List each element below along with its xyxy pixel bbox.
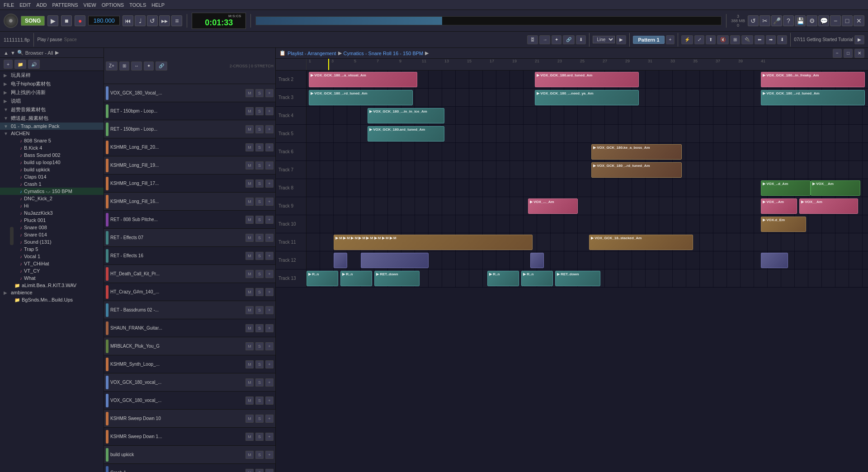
track-mute-3[interactable]: M (245, 125, 254, 133)
clip-small-3[interactable] (530, 253, 544, 268)
sidebar-item-cymatics[interactable]: ♪ Cymatics -.- 150 BPM (0, 188, 104, 195)
arr-track-clips-2[interactable]: ▶ VOX_GCK_180_..a_visual_Am ▶ VOX_GCK_18… (307, 71, 868, 88)
menu-add[interactable]: ADD (36, 2, 47, 8)
track-mute-8[interactable]: M (245, 216, 254, 224)
sidebar-item-sound[interactable]: ♪ Sound (131) (0, 238, 104, 245)
track-mute-sweep10[interactable]: M (245, 415, 254, 423)
clip-vox-need[interactable]: ▶ VOX_GCK_180_...need_ya_Am (535, 90, 639, 105)
track-add-2[interactable]: + (265, 107, 274, 115)
add-pattern-btn[interactable]: + (666, 35, 675, 44)
sidebar-item-bass-sound[interactable]: ♪ Bass Sound 002 (0, 151, 104, 159)
track-solo-3[interactable]: S (255, 125, 264, 133)
track-solo-crash[interactable]: S (255, 469, 264, 472)
track-header-mrblack[interactable]: MRBLACK_Pluk_You_G M S + (104, 337, 275, 355)
track-add-3[interactable]: + (265, 125, 274, 133)
track-add-build[interactable]: + (265, 451, 274, 459)
collapse-btn[interactable]: ⬅ (755, 35, 764, 44)
track-add-sweep10[interactable]: + (265, 415, 274, 423)
track-solo-htcrazy[interactable]: S (255, 288, 264, 296)
track-solo-kshmrsynth[interactable]: S (255, 360, 264, 368)
mixer-btn[interactable]: 🎛 (527, 35, 538, 44)
track-solo-ret16[interactable]: S (255, 252, 264, 260)
song-button[interactable]: SONG (21, 16, 45, 26)
track-solo-sweep10[interactable]: S (255, 415, 264, 423)
snap-track-btn[interactable]: ✦ (144, 61, 154, 71)
arr-track-clips-6[interactable]: ▶ VOX_GCK_180.ke_a_boss_Am (307, 143, 868, 160)
track-mute-retbass[interactable]: M (245, 306, 254, 314)
sidebar-item-what[interactable]: ♪ What (0, 274, 104, 282)
track-add-voxv2[interactable]: + (265, 396, 274, 405)
sidebar-item-bkick[interactable]: ♪ B.Kick 4 (0, 144, 104, 151)
clip-vox-rd3[interactable]: ▶ VOX_GCK_180_..rd_tuned_Am (591, 162, 682, 178)
track-mute-mrblack[interactable]: M (245, 342, 254, 350)
track-mute-5[interactable]: M (245, 161, 254, 170)
track-mute-voxv1[interactable]: M (245, 378, 254, 387)
chat-btn[interactable]: 💬 (818, 15, 829, 26)
menu-help[interactable]: HELP (151, 2, 165, 8)
track-mute-7[interactable]: M (245, 198, 254, 206)
arr-x-btn[interactable]: ✕ (854, 49, 864, 58)
track-solo-6[interactable]: S (255, 179, 264, 188)
close-btn[interactable]: ✕ (854, 15, 864, 26)
track-mute-4[interactable]: M (245, 143, 254, 151)
track-mute-crash[interactable]: M (245, 469, 254, 472)
clip-vox-rd[interactable]: ▶ VOX_GCK_180_..rd_tuned_Am (309, 90, 413, 105)
track-header-1[interactable]: VOX_GCK_180_Vocal_... M S + (104, 84, 275, 102)
track-mute-build[interactable]: M (245, 451, 254, 459)
sidebar-item-808snare[interactable]: ♪ 808 Snare 5 (0, 137, 104, 144)
sidebar-folder-btn[interactable]: 📁 (14, 60, 26, 69)
track-header-crash[interactable]: Crash 1 M S + (104, 464, 275, 472)
sidebar-item-hi[interactable]: ♪ Hi (0, 202, 104, 209)
jump-start-btn[interactable]: ⏮ (123, 15, 133, 26)
clip-small-1[interactable] (334, 253, 347, 268)
stretch-btn[interactable]: ↔ (131, 61, 142, 71)
metronome-btn[interactable]: ♩ (135, 15, 146, 26)
sidebar-item-claps[interactable]: ♪ Claps 014 (0, 173, 104, 180)
zoom-fit-btn[interactable]: ⊞ (119, 61, 129, 71)
track-solo-shaun[interactable]: S (255, 324, 264, 332)
save-btn[interactable]: 💾 (795, 15, 806, 26)
arr-track-clips-12[interactable] (307, 251, 868, 269)
bpm-display[interactable]: 180.000 (88, 16, 120, 25)
track-header-shaun[interactable]: SHAUN_FRANK_Guitar... M S + (104, 319, 275, 337)
track-mute-voxv2[interactable]: M (245, 396, 254, 405)
track-solo-8[interactable]: S (255, 216, 264, 224)
track-add-mrblack[interactable]: + (265, 342, 274, 350)
sidebar-item-vtchihat[interactable]: ♪ VT_CHiHat (0, 260, 104, 267)
track-add-ret16[interactable]: + (265, 252, 274, 260)
sidebar-item-snare008[interactable]: ♪ Snare 008 (0, 224, 104, 231)
sidebar-item-bgsnds[interactable]: 📁 BgSnds.Mn...Build.Ups (0, 296, 104, 303)
clip-ret-r3[interactable]: ▶ R..n (487, 271, 519, 286)
clip-vox-am4[interactable]: ▶ VOX__Am (799, 198, 858, 214)
track-header-retbass[interactable]: RET - Bassdrums 02 -... M S + (104, 301, 275, 319)
track-add-4[interactable]: + (265, 143, 274, 151)
arr-track-clips-5[interactable]: ▶ VOX_GCK_180.ard_tuned_Am (307, 125, 868, 142)
playlist-breadcrumb1[interactable]: Playlist - Arrangement (288, 51, 336, 56)
clip-ret-r2[interactable]: ▶ R..n (340, 271, 372, 286)
down-btn[interactable]: ⬇ (777, 35, 787, 44)
clip-vox-am[interactable]: ▶ VOX__Am (811, 180, 860, 196)
sidebar-item-snare014[interactable]: ♪ Snare 014 (0, 231, 104, 238)
track-add-8[interactable]: + (265, 216, 274, 224)
menu-options[interactable]: OPTIONS (102, 2, 124, 8)
arr-track-clips-9[interactable]: ▶ VOX_..._Am ▶ VOX_..Am ▶ VOX__Am (307, 197, 868, 215)
track-header-8[interactable]: RET - 808 Sub Pitche... M S + (104, 211, 275, 229)
plugin-btn[interactable]: ⬇ (576, 35, 586, 44)
sidebar-item-gift[interactable]: ▼ 赠送超..频素材包 (0, 114, 104, 123)
sidebar-nav-up[interactable]: ▲ (4, 50, 9, 56)
stop-button[interactable]: ■ (61, 15, 72, 26)
sidebar-item-build-loop[interactable]: ♪ build up loop140 (0, 159, 104, 166)
sidebar-item-nujazz[interactable]: ♪ NuJazzKick3 (0, 209, 104, 217)
track-add-crash[interactable]: + (265, 469, 274, 472)
snap-btn[interactable]: ✦ (552, 35, 561, 44)
arr-close-btn[interactable]: − (833, 49, 842, 58)
track-mute-htdeath[interactable]: M (245, 270, 254, 278)
record-button[interactable]: ● (75, 15, 85, 26)
clip-ret-r4[interactable]: ▶ R..n (521, 271, 553, 286)
track-mute-ret07[interactable]: M (245, 234, 254, 242)
sidebar-item-alimit[interactable]: 📁 aLimit.Bea..R.KIT.3.WAV (0, 282, 104, 289)
help-btn[interactable]: ? (783, 15, 794, 26)
arr-track-clips-8[interactable]: ▶ VOX_..d_Am ▶ VOX__Am (307, 179, 868, 197)
clip-vox-freaky[interactable]: ▶ VOX_GCK_180...in_freaky_Am (761, 72, 865, 87)
arr-track-clips-4[interactable]: ▶ VOX_GCK_180_...in_in_ice_Am (307, 107, 868, 124)
